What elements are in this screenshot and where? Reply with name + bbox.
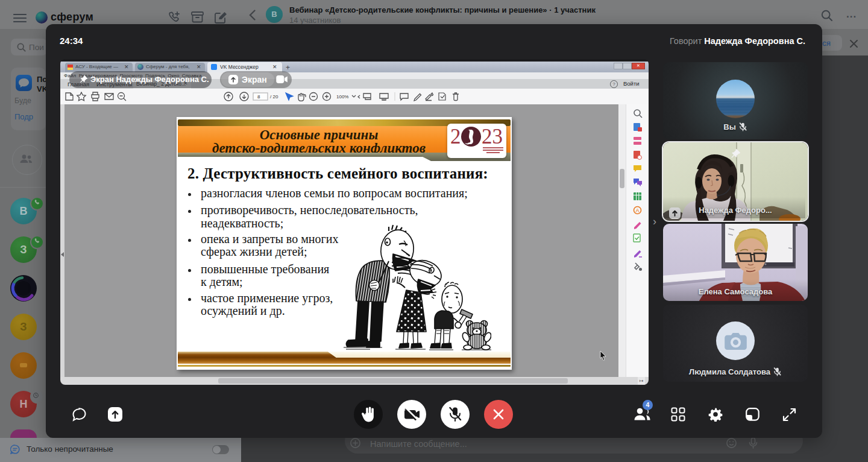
svg-text:100%: 100% — [336, 94, 348, 100]
svg-text:8: 8 — [257, 94, 260, 100]
svg-text:/ 20: / 20 — [270, 94, 278, 100]
svg-text:A: A — [635, 207, 639, 214]
